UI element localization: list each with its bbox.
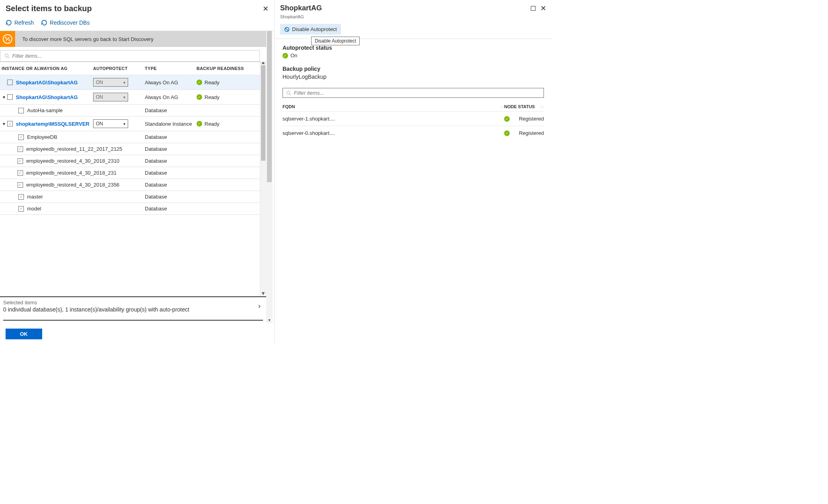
- autoprotect-status-label: Autoprotect status: [282, 45, 544, 51]
- col-node-status[interactable]: NODE STATUS↑↓: [504, 104, 544, 109]
- filter-input[interactable]: [12, 53, 255, 59]
- table-row[interactable]: ▼employeedb_restored_4_30_2018_231Databa…: [0, 167, 260, 179]
- sort-icon: ↑↓: [540, 105, 544, 109]
- table-row[interactable]: ▼masterDatabase: [0, 191, 260, 203]
- caret-icon[interactable]: ▼: [2, 95, 6, 99]
- type-cell: Database: [145, 107, 197, 113]
- type-cell: Database: [145, 134, 197, 140]
- type-cell: Database: [145, 170, 197, 176]
- nodes-table-header: FQDN↑↓ NODE STATUS↑↓: [282, 102, 544, 111]
- nodes-filter[interactable]: [282, 88, 544, 98]
- svg-line-2: [8, 56, 9, 58]
- item-label: model: [27, 206, 41, 212]
- panel-scrollbar[interactable]: ▲ ▼: [266, 31, 273, 323]
- autoprotect-status: ✓ On: [282, 53, 544, 58]
- table-row[interactable]: ▼modelDatabase: [0, 203, 260, 215]
- scroll-thumb[interactable]: [261, 65, 265, 161]
- selected-footer: Selected items 0 individual database(s),…: [0, 296, 266, 323]
- table-header: INSTANCE OR ALWAYSON AG AUTOPROTECT TYPE…: [0, 62, 260, 75]
- main-panel: Select items to backup ✕ Refresh Redisco…: [0, 0, 275, 345]
- type-cell: Database: [145, 194, 197, 200]
- page-title: Select items to backup: [6, 4, 92, 13]
- instance-link[interactable]: ShopkartAG\ShopkartAG: [16, 94, 78, 100]
- table-row[interactable]: ▼ShopkartAG\ShopkartAGON▾Always On AG✓Re…: [0, 90, 260, 105]
- item-label: employeedb_restored_4_30_2018_2356: [26, 182, 119, 188]
- footer-label: Selected items: [3, 300, 189, 306]
- search-icon: [4, 53, 10, 59]
- instance-link[interactable]: ShopkartAG\ShopkartAG: [16, 80, 78, 86]
- checkbox[interactable]: [7, 80, 13, 85]
- item-label: master: [27, 194, 43, 200]
- ok-bar: OK: [0, 323, 274, 345]
- scroll-down-icon[interactable]: ▼: [260, 290, 266, 296]
- col-fqdn[interactable]: FQDN↑↓: [282, 104, 504, 109]
- node-fqdn: sqlserver-0.shopkart....: [282, 130, 504, 136]
- ok-button[interactable]: OK: [6, 329, 42, 339]
- table-row[interactable]: ▼employeedb_restored_4_30_2018_2310Datab…: [0, 155, 260, 167]
- filter-input-wrap[interactable]: [0, 50, 260, 62]
- maximize-icon[interactable]: [531, 6, 536, 11]
- checkbox[interactable]: [18, 182, 23, 188]
- table-row[interactable]: ▼employeedb_restored_11_22_2017_2125Data…: [0, 143, 260, 155]
- table-scrollbar[interactable]: ▲ ▼: [260, 62, 266, 296]
- check-icon: ✓: [504, 130, 510, 136]
- scroll-down-icon[interactable]: ▼: [266, 317, 273, 323]
- col-readiness[interactable]: BACKUP READINESS: [197, 66, 260, 71]
- scroll-up-icon[interactable]: ▲: [260, 62, 266, 65]
- col-type[interactable]: TYPE: [145, 66, 197, 71]
- node-row[interactable]: sqlserver-1.shopkart....✓Registered: [282, 111, 544, 126]
- details-toolbar: Disable Autoprotect Disable Autoprotect: [275, 21, 552, 39]
- checkbox[interactable]: [18, 134, 24, 140]
- table-row[interactable]: ▼AutoHa-sampleDatabase: [0, 105, 260, 117]
- sort-icon: ↑↓: [500, 105, 504, 109]
- backup-policy-value: HourlyLogBackup: [282, 74, 544, 80]
- footer-desc: 0 individual database(s), 1 instance(s)/…: [3, 306, 189, 313]
- checkbox[interactable]: [18, 108, 24, 113]
- type-cell: Database: [145, 182, 197, 188]
- ready-label: Ready: [205, 94, 220, 100]
- checkbox[interactable]: [7, 94, 13, 100]
- type-cell: Database: [145, 206, 197, 212]
- table-row[interactable]: ▼employeedb_restored_4_30_2018_2356Datab…: [0, 179, 260, 191]
- checkbox[interactable]: [18, 146, 23, 152]
- checkbox[interactable]: [7, 121, 13, 126]
- check-icon: ✓: [504, 116, 510, 122]
- svg-line-4: [285, 27, 288, 31]
- checkbox[interactable]: [18, 194, 24, 200]
- col-instance[interactable]: INSTANCE OR ALWAYSON AG: [2, 66, 93, 71]
- close-icon[interactable]: ✕: [263, 4, 269, 13]
- check-icon: ✓: [197, 80, 202, 85]
- details-close-icon[interactable]: ✕: [540, 4, 546, 13]
- col-autoprotect[interactable]: AUTOPROTECT: [93, 66, 145, 71]
- table-row[interactable]: ▼EmployeeDBDatabase: [0, 131, 260, 143]
- node-row[interactable]: sqlserver-0.shopkart....✓Registered: [282, 126, 544, 140]
- scroll-thumb[interactable]: [267, 31, 272, 182]
- item-label: AutoHa-sample: [27, 107, 63, 113]
- item-label: employeedb_restored_11_22_2017_2125: [26, 146, 122, 152]
- autoprotect-select: ON▾: [93, 78, 128, 87]
- check-icon: ✓: [197, 121, 202, 126]
- nodes-filter-input[interactable]: [294, 90, 540, 96]
- item-label: EmployeeDB: [27, 134, 57, 140]
- main-header: Select items to backup ✕: [0, 0, 274, 16]
- instance-link[interactable]: shopkartemp\MSSQLSERVER: [16, 121, 90, 127]
- caret-icon[interactable]: ▼: [2, 122, 6, 126]
- rediscover-button[interactable]: Rediscover DBs: [41, 19, 90, 26]
- checkbox[interactable]: [18, 170, 23, 176]
- autoprotect-select[interactable]: ON▾: [93, 119, 128, 128]
- table-row[interactable]: ▼shopkartemp\MSSQLSERVERON▾Standalone In…: [0, 117, 260, 131]
- type-cell: Database: [145, 146, 197, 152]
- main-toolbar: Refresh Rediscover DBs: [0, 16, 274, 31]
- checkbox[interactable]: [18, 206, 24, 212]
- details-header: ShopkartAG ✕: [275, 0, 552, 14]
- info-text: To discover more SQL servers go back to …: [15, 36, 154, 42]
- chevron-down-icon: ▾: [123, 80, 125, 85]
- type-cell: Always On AG: [145, 80, 197, 86]
- checkbox[interactable]: [18, 158, 23, 164]
- expand-footer-icon[interactable]: ›: [258, 302, 263, 310]
- refresh-button[interactable]: Refresh: [6, 19, 34, 26]
- details-subtitle: ShopkartAG: [275, 14, 552, 21]
- disable-autoprotect-button[interactable]: Disable Autoprotect Disable Autoprotect: [280, 24, 341, 35]
- table-row[interactable]: ▼ShopkartAG\ShopkartAGON▾Always On AG✓Re…: [0, 75, 260, 90]
- type-cell: Always On AG: [145, 94, 197, 100]
